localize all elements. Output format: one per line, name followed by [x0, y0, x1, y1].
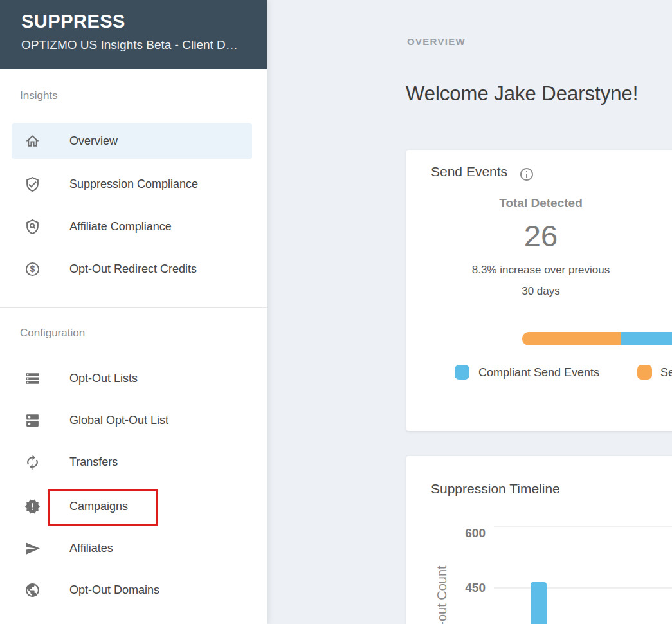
stat-delta: 8.3% increase over previous 30 days — [406, 259, 672, 302]
sidebar-item-label: Campaigns — [69, 500, 128, 513]
sync-icon — [24, 454, 41, 470]
sidebar-header: SUPPRESS OPTIZMO US Insights Beta - Clie… — [0, 0, 267, 69]
storage-icon — [24, 371, 41, 387]
send-events-card: Send Events Total Detected 26 8.3% incre… — [406, 150, 672, 431]
campaign-badge-icon — [24, 499, 41, 515]
y-axis-label: Opt-out Count — [435, 565, 450, 624]
globe-icon — [24, 582, 41, 598]
sidebar-item-affiliate-compliance[interactable]: Affiliate Compliance — [12, 208, 252, 244]
shield-search-icon — [24, 219, 41, 235]
stat-delta-line1: 8.3% increase over previous — [406, 259, 672, 280]
sidebar-item-opt-out-redirect-credits[interactable]: $ Opt-Out Redirect Credits — [12, 251, 252, 287]
app-subtitle: OPTIZMO US Insights Beta - Client D… — [21, 38, 254, 52]
stacked-bar-chart — [406, 332, 672, 345]
legend-label-truncated: Se — [660, 366, 672, 380]
sidebar-item-label: Suppression Compliance — [69, 178, 198, 191]
legend-swatch-orange — [637, 365, 652, 380]
sidebar-item-label: Opt-Out Lists — [69, 372, 138, 385]
sidebar-item-label: Opt-Out Redirect Credits — [69, 262, 197, 276]
sidebar-item-opt-out-lists[interactable]: Opt-Out Lists — [12, 360, 252, 396]
suppression-timeline-card: Suppression Timeline 600 450 Opt-out Cou… — [406, 456, 672, 624]
sidebar-item-overview[interactable]: Overview — [12, 123, 252, 159]
send-events-stat: Total Detected 26 8.3% increase over pre… — [406, 196, 672, 302]
info-icon[interactable] — [519, 167, 534, 182]
section-label-insights: Insights — [20, 89, 58, 102]
card-title-suppression-timeline: Suppression Timeline — [431, 481, 560, 497]
section-label-configuration: Configuration — [20, 327, 85, 340]
sidebar-item-label: Overview — [69, 134, 118, 148]
dollar-circle-icon: $ — [24, 261, 41, 277]
sidebar-item-label: Transfers — [69, 455, 118, 469]
bar-segment-orange — [522, 332, 621, 345]
sidebar-item-label: Global Opt-Out List — [69, 414, 168, 427]
sidebar-divider — [0, 307, 267, 308]
sidebar: SUPPRESS OPTIZMO US Insights Beta - Clie… — [0, 0, 267, 624]
gridline-450 — [494, 587, 672, 589]
sidebar-item-affiliates[interactable]: Affiliates — [12, 530, 252, 566]
timeline-bar — [531, 582, 547, 624]
y-tick-600: 600 — [439, 526, 486, 540]
sidebar-item-suppression-compliance[interactable]: Suppression Compliance — [12, 166, 252, 202]
stat-label: Total Detected — [406, 196, 672, 210]
app-screen: SUPPRESS OPTIZMO US Insights Beta - Clie… — [0, 0, 672, 624]
stat-value: 26 — [406, 219, 672, 253]
app-name: SUPPRESS — [21, 11, 254, 32]
page-title: Welcome Jake Dearstyne! — [406, 82, 638, 106]
dns-icon — [24, 412, 41, 428]
sidebar-item-label: Opt-Out Domains — [69, 583, 159, 597]
sidebar-item-campaigns[interactable]: Campaigns — [12, 488, 252, 524]
sidebar-item-label: Affiliates — [69, 542, 113, 555]
sidebar-item-label: Affiliate Compliance — [69, 220, 172, 234]
stat-delta-line2: 30 days — [406, 280, 672, 302]
sidebar-item-global-opt-out-list[interactable]: Global Opt-Out List — [12, 402, 252, 438]
svg-text:$: $ — [30, 264, 35, 274]
legend-swatch-blue — [455, 365, 469, 380]
sidebar-item-opt-out-domains[interactable]: Opt-Out Domains — [12, 572, 252, 608]
legend-label-compliant-send-events: Compliant Send Events — [478, 366, 599, 380]
card-title-send-events: Send Events — [431, 164, 507, 179]
page-eyebrow: OVERVIEW — [407, 36, 466, 47]
gridline-600 — [494, 526, 672, 527]
sidebar-item-transfers[interactable]: Transfers — [12, 444, 252, 480]
shield-check-icon — [24, 176, 41, 192]
bar-segment-blue — [621, 332, 672, 345]
home-icon — [24, 133, 41, 149]
send-icon — [24, 540, 41, 556]
